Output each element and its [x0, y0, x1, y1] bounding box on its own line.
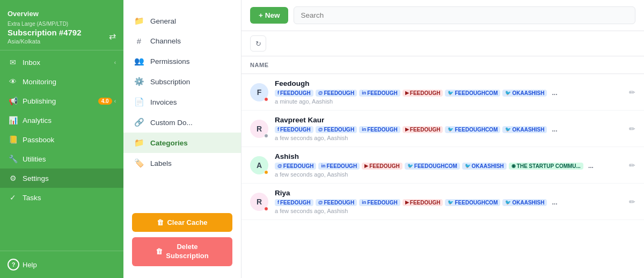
mid-nav-label-channels: Channels: [150, 37, 181, 45]
tasks-icon: ✓: [8, 193, 18, 202]
mid-nav-item-general[interactable]: 📁General: [123, 11, 241, 31]
mid-nav-label-invoices: Invoices: [150, 98, 177, 106]
sidebar-item-settings[interactable]: ⚙Settings: [0, 169, 123, 188]
mid-nav-item-labels[interactable]: 🏷️Labels: [123, 153, 241, 173]
labels-icon: 🏷️: [134, 158, 144, 168]
sidebar-item-tasks[interactable]: ✓Tasks: [0, 188, 123, 207]
main-content: + New ↻ NAME F Feedough fFEEDOUGH@FEEDOU…: [241, 0, 644, 278]
sidebar-item-label-monitoring: Monitoring: [23, 78, 116, 86]
sidebar-item-label-settings: Settings: [23, 174, 116, 182]
contact-tag: ...: [549, 198, 560, 207]
mid-nav-label-general: General: [150, 17, 176, 25]
help-icon: ?: [8, 259, 19, 270]
sidebar-item-label-publishing: Publishing: [23, 97, 98, 105]
status-dot: [264, 97, 268, 101]
contact-info: Ashish @FEEDOUGHinFEEDOUGH▶FEEDOUGH🐦FEED…: [275, 152, 623, 178]
sidebar-item-publishing[interactable]: 📢Publishing4.0‹: [0, 91, 123, 111]
search-input[interactable]: [294, 6, 635, 24]
edit-icon[interactable]: ✏: [629, 88, 635, 97]
table-row[interactable]: R Ravpreet Kaur fFEEDOUGH@FEEDOUGHinFEED…: [241, 111, 644, 147]
contact-name: Ashish: [275, 152, 623, 160]
mid-nav-item-categories[interactable]: 📁Categories: [123, 133, 241, 153]
status-dot: [264, 207, 268, 211]
edit-icon[interactable]: ✏: [629, 197, 635, 206]
refresh-row: ↻: [241, 31, 644, 56]
help-label: Help: [23, 261, 37, 269]
mid-nav-label-labels: Labels: [150, 159, 172, 167]
contact-tags: fFEEDOUGH@FEEDOUGHinFEEDOUGH▶FEEDOUGH🐦FE…: [275, 198, 623, 207]
contact-tag: ▶FEEDOUGH: [362, 163, 402, 170]
table-row[interactable]: R Riya fFEEDOUGH@FEEDOUGHinFEEDOUGH▶FEED…: [241, 184, 644, 220]
contact-name: Riya: [275, 189, 623, 197]
edit-icon[interactable]: ✏: [629, 125, 635, 133]
mid-panel: 📁General#Channels👥Permissions⚙️Subscript…: [123, 0, 241, 278]
sidebar-overview-label: Overview: [8, 10, 39, 18]
contacts-table: F Feedough fFEEDOUGH@FEEDOUGHinFEEDOUGH▶…: [241, 74, 644, 278]
sidebar-item-utilities[interactable]: 🔧Utilities: [0, 149, 123, 169]
analytics-icon: 📊: [8, 116, 18, 125]
refresh-button[interactable]: ↻: [250, 35, 266, 52]
table-row[interactable]: F Feedough fFEEDOUGH@FEEDOUGHinFEEDOUGH▶…: [241, 74, 644, 111]
contact-tag: 🐦FEEDOUGHCOM: [445, 126, 500, 133]
delete-subscription-button[interactable]: 🗑 Delete Subscription: [132, 237, 232, 266]
trash2-icon: 🗑: [156, 247, 163, 257]
clear-cache-label: Clear Cache: [167, 218, 207, 226]
avatar-letter: F: [257, 88, 262, 97]
new-button[interactable]: + New: [250, 7, 288, 24]
inbox-icon: ✉: [8, 58, 18, 67]
contact-name: Feedough: [275, 79, 623, 87]
swap-icon[interactable]: ⇄: [109, 31, 116, 41]
mid-nav-item-subscription[interactable]: ⚙️Subscription: [123, 71, 241, 92]
passbook-icon: 📒: [8, 135, 18, 144]
avatar: R: [250, 193, 268, 211]
help-button[interactable]: ? Help: [8, 257, 116, 273]
contact-tag: 🐦FEEDOUGHCOM: [445, 90, 500, 97]
sidebar-item-monitoring[interactable]: 👁Monitoring: [0, 72, 123, 91]
contact-tag: inFEEDOUGH: [318, 163, 360, 170]
contact-tag: inFEEDOUGH: [359, 199, 400, 206]
avatar-letter: R: [257, 125, 262, 133]
contact-tag: 🐦OKAASHISH: [502, 90, 547, 97]
sidebar-item-passbook[interactable]: 📒Passbook: [0, 130, 123, 149]
sidebar-item-inbox[interactable]: ✉Inbox‹: [0, 53, 123, 72]
refresh-icon: ↻: [255, 40, 261, 48]
contact-meta: a minute ago, Aashish: [275, 98, 623, 105]
avatar: F: [250, 83, 268, 101]
contact-tag: 🐦FEEDOUGHCOM: [405, 163, 460, 170]
mid-nav-label-categories: Categories: [150, 139, 188, 147]
name-column-header: NAME: [250, 62, 269, 68]
mid-nav-item-custom-do[interactable]: 🔗Custom Do...: [123, 112, 241, 133]
sidebar-overview-item[interactable]: Overview: [8, 5, 116, 21]
mid-nav-item-channels[interactable]: #Channels: [123, 31, 241, 51]
edit-icon[interactable]: ✏: [629, 161, 635, 170]
sidebar-nav: ✉Inbox‹👁Monitoring📢Publishing4.0‹📊Analyt…: [0, 50, 123, 251]
status-dot: [264, 170, 268, 174]
clear-cache-button[interactable]: 🗑 Clear Cache: [132, 213, 232, 232]
sidebar: Overview Extra Large (AS/MP/LTD) Subscri…: [0, 0, 123, 278]
contact-tag: fFEEDOUGH: [275, 126, 313, 133]
custom-do-icon: 🔗: [134, 118, 144, 127]
main-toolbar: + New: [241, 0, 644, 31]
contact-tag: fFEEDOUGH: [275, 199, 313, 206]
contact-info: Ravpreet Kaur fFEEDOUGH@FEEDOUGHinFEEDOU…: [275, 116, 623, 141]
sidebar-item-label-passbook: Passbook: [23, 136, 116, 144]
sidebar-item-label-utilities: Utilities: [23, 155, 116, 163]
contact-tag: ▶FEEDOUGH: [402, 126, 443, 133]
contact-tag: 🐦FEEDOUGHCOM: [445, 199, 500, 206]
delete-sub-label: Delete Subscription: [166, 243, 208, 261]
contact-tag: ▶FEEDOUGH: [402, 199, 443, 206]
mid-nav-item-permissions[interactable]: 👥Permissions: [123, 51, 241, 71]
permissions-icon: 👥: [134, 56, 144, 66]
sidebar-bottom: ? Help: [0, 251, 123, 278]
contact-tag: ...: [549, 125, 560, 134]
table-row[interactable]: A Ashish @FEEDOUGHinFEEDOUGH▶FEEDOUGH🐦FE…: [241, 147, 644, 184]
contact-info: Riya fFEEDOUGH@FEEDOUGHinFEEDOUGH▶FEEDOU…: [275, 189, 623, 214]
contact-meta: a few seconds ago, Aashish: [275, 135, 623, 141]
contact-tags: fFEEDOUGH@FEEDOUGHinFEEDOUGH▶FEEDOUGH🐦FE…: [275, 89, 623, 97]
sidebar-item-analytics[interactable]: 📊Analytics: [0, 111, 123, 130]
contact-tag: inFEEDOUGH: [359, 126, 400, 133]
trash-icon: 🗑: [157, 218, 164, 226]
general-icon: 📁: [134, 16, 144, 26]
mid-nav-item-invoices[interactable]: 📄Invoices: [123, 92, 241, 112]
contact-name: Ravpreet Kaur: [275, 116, 623, 124]
